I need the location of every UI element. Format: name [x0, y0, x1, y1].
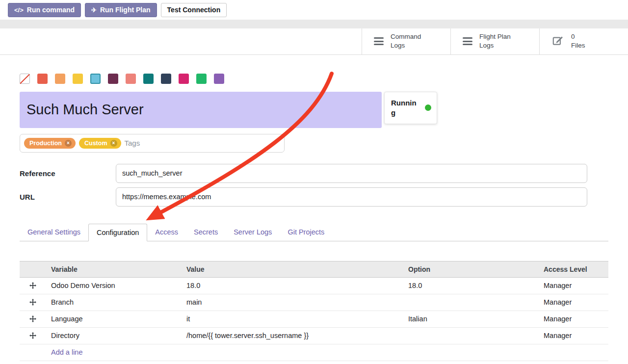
status-label: Running — [391, 98, 418, 117]
reference-input[interactable] — [116, 164, 587, 183]
color-swatch-navy[interactable] — [161, 74, 171, 84]
tags-list: Production×Custom× — [24, 138, 121, 149]
fields: Reference URL — [20, 164, 608, 207]
tab-server-logs[interactable]: Server Logs — [226, 224, 280, 241]
stat-button-flight-plan-logs[interactable]: Flight PlanLogs — [450, 28, 539, 54]
drag-handle-icon[interactable] — [20, 277, 46, 294]
remove-tag-icon[interactable]: × — [65, 140, 72, 147]
cell-option[interactable] — [403, 294, 539, 311]
stat-button-command-logs[interactable]: CommandLogs — [362, 28, 450, 54]
title-row: Running — [20, 92, 608, 128]
color-swatch-light-blue[interactable] — [90, 74, 101, 84]
run-command-label: Run command — [27, 6, 75, 14]
color-swatch-salmon[interactable] — [126, 74, 136, 84]
drag-handle-icon[interactable] — [20, 294, 46, 311]
control-panel-stats: CommandLogsFlight PlanLogs0Files — [362, 28, 628, 54]
status-running-dot — [425, 104, 431, 111]
table-row: LanguageitItalianManager — [20, 311, 608, 327]
cell-option[interactable] — [403, 327, 539, 344]
column-header-variable[interactable]: Variable — [46, 261, 182, 277]
color-swatch-purple[interactable] — [214, 74, 224, 84]
tab-general-settings[interactable]: General Settings — [20, 224, 88, 241]
tab-secrets[interactable]: Secrets — [186, 224, 226, 241]
tab-git-projects[interactable]: Git Projects — [280, 224, 332, 241]
cell-value[interactable]: main — [182, 294, 403, 311]
tab-configuration[interactable]: Configuration — [88, 224, 147, 241]
cell-variable[interactable]: Language — [46, 311, 182, 327]
tags-placeholder: Tags — [125, 139, 140, 147]
color-swatch-no-color[interactable] — [20, 74, 30, 84]
cell-variable[interactable]: Directory — [46, 327, 182, 344]
color-swatch-dark-purple[interactable] — [108, 74, 118, 84]
stat-label: CommandLogs — [391, 32, 421, 50]
add-line-row: Add a line — [20, 344, 608, 361]
stat-label: 0Files — [571, 32, 585, 50]
add-a-line-link[interactable]: Add a line — [51, 348, 83, 356]
color-swatch-orange[interactable] — [55, 74, 65, 84]
stat-button-files[interactable]: 0Files — [539, 28, 628, 54]
cell-value[interactable]: 18.0 — [182, 277, 403, 294]
color-swatch-green[interactable] — [196, 74, 207, 84]
topbar: </> Run command ✈ Run Flight Plan Test C… — [0, 0, 628, 20]
tab-access[interactable]: Access — [147, 224, 186, 241]
tag-production: Production× — [24, 138, 76, 149]
cell-value[interactable]: /home/{{ tower.server.ssh_username }} — [182, 327, 403, 344]
chevron-down-icon[interactable]: ▼ — [271, 140, 277, 147]
menu-icon — [463, 36, 472, 47]
remove-tag-icon[interactable]: × — [110, 140, 117, 147]
table-header-row: Variable Value Option Access Level — [20, 261, 608, 277]
url-input[interactable] — [116, 187, 587, 207]
table-row: BranchmainManager — [20, 294, 608, 311]
run-flight-plan-label: Run Flight Plan — [100, 6, 151, 14]
tags-field[interactable]: Production×Custom× Tags ▼ — [20, 134, 285, 153]
status-badge: Running — [384, 92, 437, 124]
color-swatch-magenta[interactable] — [179, 74, 189, 84]
form-view: Running Production×Custom× Tags ▼ Refere… — [0, 74, 628, 361]
separator-band — [0, 20, 628, 28]
table-row: Odoo Demo Version18.018.0Manager — [20, 277, 608, 294]
column-header-value[interactable]: Value — [182, 261, 403, 277]
test-connection-button[interactable]: Test Connection — [161, 3, 227, 17]
column-header-access-level[interactable]: Access Level — [539, 261, 608, 277]
cell-value[interactable]: it — [182, 311, 403, 327]
drag-handle-icon[interactable] — [20, 311, 46, 327]
column-header-option[interactable]: Option — [403, 261, 539, 277]
test-connection-label: Test Connection — [167, 6, 221, 14]
server-name-input[interactable] — [20, 92, 382, 128]
cell-option[interactable]: 18.0 — [403, 277, 539, 294]
cell-access-level[interactable]: Manager — [539, 294, 608, 311]
handle-column-header — [20, 261, 46, 277]
notebook-tabs: General SettingsConfigurationAccessSecre… — [20, 224, 608, 241]
table-row: Directory/home/{{ tower.server.ssh_usern… — [20, 327, 608, 344]
drag-handle-icon[interactable] — [20, 327, 46, 344]
run-flight-plan-button[interactable]: ✈ Run Flight Plan — [85, 3, 157, 17]
tag-custom: Custom× — [79, 138, 121, 149]
color-swatch-yellow[interactable] — [73, 74, 83, 84]
edit-icon — [551, 34, 564, 49]
run-command-button[interactable]: </> Run command — [8, 3, 81, 17]
reference-label: Reference — [20, 169, 116, 178]
url-label: URL — [20, 193, 116, 201]
color-swatch-teal[interactable] — [143, 74, 154, 84]
cell-variable[interactable]: Branch — [46, 294, 182, 311]
configuration-table: Variable Value Option Access Level Odoo … — [20, 261, 608, 361]
plane-icon: ✈ — [91, 6, 97, 14]
tag-label: Production — [29, 140, 62, 147]
stat-label: Flight PlanLogs — [479, 32, 511, 50]
menu-icon — [374, 36, 384, 47]
cell-variable[interactable]: Odoo Demo Version — [46, 277, 182, 294]
control-panel: CommandLogsFlight PlanLogs0Files — [0, 28, 628, 55]
cell-access-level[interactable]: Manager — [539, 311, 608, 327]
color-swatch-red[interactable] — [37, 74, 48, 84]
cell-option[interactable]: Italian — [403, 311, 539, 327]
cell-access-level[interactable]: Manager — [539, 327, 608, 344]
code-icon: </> — [14, 6, 24, 14]
color-picker — [20, 74, 608, 84]
cell-access-level[interactable]: Manager — [539, 277, 608, 294]
tag-label: Custom — [84, 140, 107, 147]
table-body: Odoo Demo Version18.018.0ManagerBranchma… — [20, 277, 608, 344]
